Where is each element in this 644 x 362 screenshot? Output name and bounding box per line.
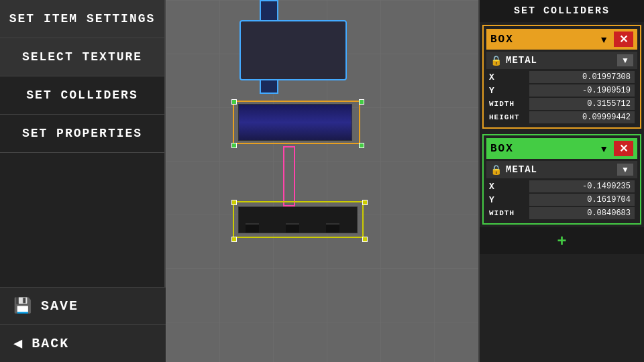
coord-x-label-1: X [489,72,529,82]
handle-bl-2[interactable] [231,237,237,242]
coord-height-row-1: HEIGHT 0.09999442 [486,111,637,123]
collider-outline-1[interactable] [233,101,360,144]
back-icon: ◀ [13,335,23,353]
lock-icon-1: 🔒 [490,55,502,66]
handle-tr-2[interactable] [362,200,368,205]
collider-close-1[interactable]: ✕ [614,32,633,47]
coord-y-row-1: Y -0.1909519 [486,84,637,97]
collider-material-row-1: 🔒 METAL ▼ [486,52,637,69]
collider-type-label-2: BOX [490,143,595,155]
coord-width-row-1: WIDTH 0.3155712 [486,98,637,110]
material-label-1: METAL [506,55,617,66]
handle-br-1[interactable] [359,143,364,148]
save-icon: 💾 [13,297,33,315]
collider-close-2[interactable]: ✕ [614,141,633,156]
collider-box-1: BOX ▼ ✕ 🔒 METAL ▼ X 0.01997308 Y -0.1909… [482,25,641,129]
coord-width-label-1: WIDTH [489,100,529,108]
material-dropdown-1[interactable]: ▼ [617,54,633,66]
material-dropdown-2[interactable]: ▼ [617,164,633,176]
back-button[interactable]: ◀ BACK [0,324,166,362]
sidebar-btn-select-texture[interactable]: SELECT TEXTURE [0,38,164,76]
sidebar-btn-set-properties[interactable]: SET PROPERTIES [0,115,164,153]
material-label-2: METAL [506,164,617,175]
collider-outline-2[interactable] [233,201,364,238]
lock-icon-2: 🔒 [490,164,502,176]
coord-height-value-1[interactable]: 0.09999442 [529,111,635,123]
collider-box-2: BOX ▼ ✕ 🔒 METAL ▼ X -0.1490235 Y 0.16197… [482,134,641,225]
handle-br-2[interactable] [362,237,368,242]
coord-y-label-2: Y [489,195,529,205]
add-collider-button[interactable]: + [480,227,644,254]
object-crane-head [239,20,347,80]
coord-width-label-2: WIDTH [489,209,529,217]
collider-type-dropdown-1[interactable]: ▼ [595,33,612,46]
coord-height-label-1: HEIGHT [489,113,529,121]
coord-width-row-2: WIDTH 0.0840683 [486,207,637,219]
bottom-buttons: 💾 SAVE ◀ BACK [0,287,166,362]
coord-width-value-1[interactable]: 0.3155712 [529,98,635,110]
save-label: SAVE [41,298,78,314]
back-label: BACK [32,336,69,351]
coord-x-row-1: X 0.01997308 [486,71,637,83]
coord-x-label-2: X [489,182,529,192]
collider-type-row-2: BOX ▼ ✕ [486,138,637,159]
right-panel-title: SET COLLIDERS [480,0,644,22]
collider-type-label-1: BOX [490,34,595,46]
handle-tl-2[interactable] [231,200,237,205]
coord-width-value-2[interactable]: 0.0840683 [529,207,635,219]
handle-tl-1[interactable] [231,99,237,105]
collider-material-row-2: 🔒 METAL ▼ [486,161,637,178]
coord-x-value-2[interactable]: -0.1490235 [529,180,635,192]
coord-y-row-2: Y 0.1619704 [486,194,637,206]
coord-x-value-1[interactable]: 0.01997308 [529,71,635,83]
sidebar-btn-set-item-settings[interactable]: SET ITEM SETTINGS [0,0,164,38]
sidebar-btn-set-colliders[interactable]: SET COLLIDERS [0,76,164,115]
coord-y-value-2[interactable]: 0.1619704 [529,194,635,206]
right-panel: SET COLLIDERS BOX ▼ ✕ 🔒 METAL ▼ X 0.0199… [478,0,644,362]
handle-tr-1[interactable] [359,99,364,105]
handle-bl-1[interactable] [231,143,237,148]
collider-type-dropdown-2[interactable]: ▼ [595,142,612,156]
coord-y-label-1: Y [489,86,529,96]
coord-x-row-2: X -0.1490235 [486,180,637,192]
collider-type-row-1: BOX ▼ ✕ [486,29,637,50]
save-button[interactable]: 💾 SAVE [0,287,166,324]
object-connector [283,146,295,206]
coord-y-value-1[interactable]: -0.1909519 [529,84,635,97]
